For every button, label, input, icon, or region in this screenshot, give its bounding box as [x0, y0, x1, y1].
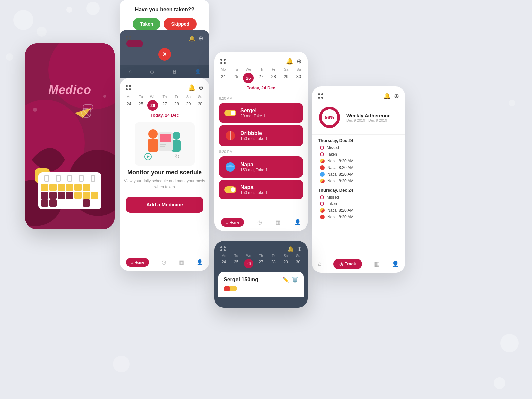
taken-label-2: Taken — [327, 201, 337, 206]
date-26-active[interactable]: 26 — [244, 259, 253, 268]
home-nav-icon[interactable]: ⌂ — [129, 69, 131, 74]
plus-icon[interactable]: ⊕ — [297, 246, 302, 252]
date-28[interactable]: 28 — [268, 73, 279, 83]
home-label: Home — [230, 220, 239, 224]
detail-header: Sergel 150mg ✏️ 🗑️ — [224, 276, 298, 283]
chart-nav-icon[interactable]: ◷ — [150, 69, 154, 74]
day-fr: Fr — [171, 95, 182, 99]
today-label: Today, 24 Dec — [214, 85, 308, 90]
bell-icon[interactable]: 🔔 — [287, 246, 294, 252]
day-we: We — [147, 95, 158, 99]
chart-nav[interactable]: ◷ — [162, 259, 166, 265]
header-actions: 🔔 ⊕ — [287, 246, 302, 252]
date-27[interactable]: 27 — [256, 259, 266, 268]
plus-icon[interactable]: ⊕ — [394, 92, 399, 100]
splash-title: Medico — [25, 83, 115, 97]
cal-cell — [58, 192, 65, 199]
chart-icon: ◷ — [257, 219, 262, 225]
close-button[interactable]: × — [158, 48, 171, 61]
dark-nav: ⌂ ◷ ▦ 👤 — [120, 65, 209, 78]
missed-row-2: Missed — [312, 194, 405, 200]
med-info-sergel: Sergel 20 mg, Take 1 — [240, 108, 298, 118]
dribbble-icon — [224, 130, 236, 142]
menu-icon[interactable] — [126, 85, 131, 90]
bubble-6 — [113, 356, 130, 372]
track-button[interactable]: ◷ Track — [333, 259, 362, 269]
detail-actions: ✏️ 🗑️ — [282, 276, 298, 283]
date-25[interactable]: 25 — [232, 259, 241, 268]
med-dot-blue — [320, 172, 325, 177]
missed-label-1: Missed — [327, 145, 339, 150]
phone3-nav: ⌂ Home ◷ ▦ 👤 — [120, 253, 209, 271]
phone3-header: 🔔 ⊕ — [120, 78, 209, 95]
date-30[interactable]: 30 — [195, 100, 205, 111]
profile-nav-icon[interactable]: 👤 — [195, 69, 200, 74]
taken-button[interactable]: Taken — [133, 18, 160, 30]
date-28[interactable]: 28 — [171, 100, 182, 111]
date-30[interactable]: 30 — [293, 259, 303, 268]
cal-cell — [83, 192, 90, 199]
bell-icon[interactable]: 🔔 — [188, 84, 195, 91]
adherence-title: Weekly Adherence — [346, 113, 391, 118]
menu-icon[interactable] — [220, 59, 226, 64]
bubble-3 — [66, 7, 72, 13]
med-detail-card: Sergel 150mg ✏️ 🗑️ — [218, 272, 304, 297]
calendar-icon: ▦ — [276, 219, 281, 225]
bell-icon[interactable]: 🔔 — [286, 58, 293, 65]
date-25[interactable]: 25 — [136, 100, 146, 111]
delete-icon[interactable]: 🗑️ — [292, 276, 298, 283]
day-fr: Fr — [268, 67, 279, 71]
add-medicine-button[interactable]: Add a Medicine — [126, 197, 203, 213]
popup-title: Have you been taken?? — [126, 7, 203, 13]
med-dot-yellow — [320, 159, 325, 163]
plus-icon[interactable]: ⊕ — [297, 58, 302, 65]
date-24[interactable]: 24 — [219, 259, 229, 268]
calendar-nav-icon[interactable]: ▦ — [172, 69, 177, 74]
bubble-9 — [500, 334, 519, 352]
home-nav-icon[interactable]: ⌂ — [318, 260, 322, 267]
profile-nav[interactable]: 👤 — [197, 259, 203, 265]
date-26-active[interactable]: 26 — [147, 100, 158, 111]
edit-icon[interactable]: ✏️ — [282, 276, 289, 283]
date-29[interactable]: 29 — [281, 259, 290, 268]
date-29[interactable]: 29 — [183, 100, 194, 111]
bell-icon[interactable]: 🔔 — [189, 35, 195, 42]
calendar-nav[interactable]: ▦ — [276, 219, 281, 225]
date-27[interactable]: 27 — [256, 73, 266, 83]
cal-cell — [83, 200, 90, 207]
med-detail-name: Sergel 150mg — [224, 277, 258, 283]
taken-row-2: Taken — [312, 200, 405, 207]
date-26-active[interactable]: 26 — [243, 73, 254, 83]
phone-dark-partial: 🔔 ⊕ × ⌂ ◷ ▦ 👤 — [120, 30, 209, 78]
calendar-nav-icon[interactable]: ▦ — [374, 260, 380, 268]
date-24[interactable]: 24 — [124, 100, 134, 111]
calendar-nav[interactable]: ▦ — [179, 259, 184, 265]
home-nav[interactable]: ⌂ Home — [126, 258, 149, 267]
toggle-thumb — [231, 111, 235, 115]
phone-med-schedule: 🔔 ⊕ Mo Tu We Th Fr Sa Su 24 25 26 27 28 … — [214, 52, 308, 231]
menu-icon[interactable] — [318, 93, 323, 99]
date-25[interactable]: 25 — [231, 73, 241, 83]
menu-icon[interactable] — [220, 246, 226, 252]
skipped-button[interactable]: Skipped — [164, 18, 196, 30]
plus-icon[interactable]: ⊕ — [199, 84, 203, 91]
chart-nav[interactable]: ◷ — [257, 219, 262, 225]
home-nav[interactable]: ⌂ Home — [221, 218, 244, 227]
day-sa: Sa — [281, 254, 290, 258]
toggle-sergel[interactable] — [224, 110, 236, 116]
home-label: Home — [134, 260, 144, 264]
date-29[interactable]: 29 — [281, 73, 291, 83]
date-24[interactable]: 24 — [218, 73, 229, 83]
popup-buttons: Taken Skipped — [126, 18, 203, 30]
profile-nav[interactable]: 👤 — [294, 219, 301, 225]
toggle-napa2[interactable] — [224, 186, 236, 193]
date-28[interactable]: 28 — [269, 259, 278, 268]
pill-icon-dribbble — [224, 130, 236, 142]
bell-icon[interactable]: 🔔 — [383, 92, 391, 100]
date-30[interactable]: 30 — [293, 73, 304, 83]
profile-nav-icon[interactable]: 👤 — [392, 260, 399, 268]
date-27[interactable]: 27 — [159, 100, 170, 111]
missed-row-1: Missed — [312, 144, 405, 151]
plus-icon[interactable]: ⊕ — [199, 35, 203, 42]
cal-cell — [58, 200, 65, 207]
